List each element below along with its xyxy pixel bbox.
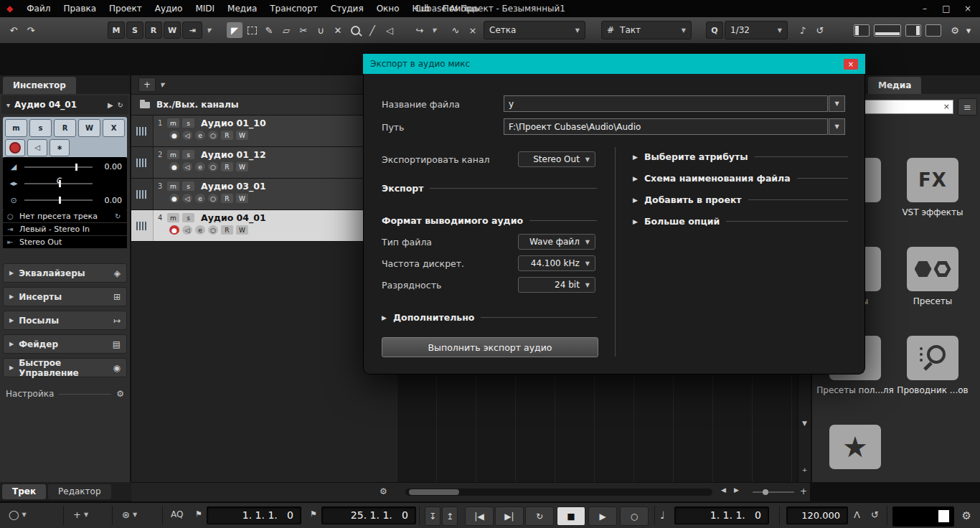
go-to-start-button[interactable]: |◀ <box>465 506 494 526</box>
option-more-options[interactable]: ▶ Больше опций <box>633 216 848 227</box>
refresh-icon[interactable]: ↻ <box>118 101 123 109</box>
pan-slider[interactable]: C <box>24 183 93 184</box>
inspector-record-enable-button[interactable] <box>5 139 25 157</box>
menu-window[interactable]: Окно <box>370 0 406 17</box>
edit-channel-button[interactable]: e <box>195 131 205 140</box>
media-item-favorites[interactable]: ★ <box>816 425 894 474</box>
section-sends[interactable]: ▶ Посылы ↦ <box>3 311 127 330</box>
read-automation-button[interactable]: R <box>221 194 233 203</box>
cycle-button[interactable]: ↻ <box>525 506 554 526</box>
inspector-monitor-button[interactable]: ◁ <box>27 139 47 157</box>
record-mode-dropdown[interactable]: ◯ ▼ <box>9 509 27 520</box>
track-row[interactable]: 2 m s Аудио 01_12 ● ◁ e ○ R W <box>131 147 397 179</box>
snap-zero-crossing-button[interactable]: ∿ <box>448 22 463 38</box>
option-add-to-project[interactable]: ▶ Добавить в проект <box>633 194 848 205</box>
auto-select-dropdown[interactable]: ▼ <box>204 22 214 38</box>
write-automation-button[interactable]: W <box>236 225 248 235</box>
quarter-note-icon[interactable]: ♩ <box>660 509 665 521</box>
sync-icon[interactable]: ↺ <box>871 509 879 520</box>
layout-left-zone-button[interactable] <box>854 24 870 37</box>
maximize-button[interactable]: □ <box>936 0 957 17</box>
filename-dropdown[interactable]: ▼ <box>829 95 845 112</box>
tool-play[interactable]: ◁ <box>382 22 397 38</box>
filename-input[interactable] <box>504 95 828 112</box>
tool-split[interactable]: ✂ <box>296 22 311 38</box>
layout-lower-zone-button[interactable] <box>874 24 901 37</box>
grid-type-dropdown[interactable]: # Такт ▼ <box>601 21 692 39</box>
left-locator-flag-icon[interactable]: ⚑ <box>195 509 202 519</box>
add-track-button[interactable]: + <box>138 77 156 92</box>
open-quantize-panel-button[interactable]: ↺ <box>812 22 828 38</box>
autoscroll-dropdown[interactable]: ▼ <box>429 22 439 38</box>
solo-all-button[interactable]: S <box>126 22 143 39</box>
left-locator-display[interactable]: 1. 1. 1. 0 <box>207 506 301 524</box>
volume-slider-handle[interactable] <box>75 164 77 171</box>
inspector-track-header[interactable]: ▾ Аудио 04_01 ▶ ↻ <box>1 95 128 114</box>
punch-out-button[interactable]: ↥ <box>442 506 458 526</box>
delay-slider[interactable] <box>24 199 93 201</box>
punch-in-button[interactable]: ↧ <box>425 506 440 526</box>
option-select-attributes[interactable]: ▶ Выберите атрибуты <box>633 151 848 162</box>
settings-gear-icon[interactable]: ⚙ <box>116 389 124 399</box>
media-item-presets[interactable]: Пресеты <box>894 247 971 306</box>
write-automation-button[interactable]: W <box>236 194 248 203</box>
grid-settings-gear-icon[interactable]: ⚙ <box>380 486 387 496</box>
additional-section-header[interactable]: ▶ Дополнительно <box>382 312 597 323</box>
record-enable-button[interactable]: ● <box>169 131 179 140</box>
read-automation-button[interactable]: R <box>221 225 233 235</box>
menu-midi[interactable]: MIDI <box>189 0 221 17</box>
snap-type-dropdown[interactable]: Сетка ▼ <box>484 21 585 39</box>
snap-on-off-button[interactable]: × <box>465 22 481 38</box>
refresh-icon[interactable]: ↻ <box>115 212 123 220</box>
media-list-view-button[interactable]: ≡ <box>958 98 977 116</box>
media-item-file-browser[interactable]: Проводник ...ов <box>894 336 971 395</box>
undo-button[interactable]: ↶ <box>6 22 22 38</box>
mute-button[interactable]: m <box>167 118 179 128</box>
horizontal-zoom-in-button[interactable]: + <box>800 486 807 496</box>
transport-setup-gear-icon[interactable]: ⚙ <box>962 509 971 522</box>
input-routing-row[interactable]: ⇥ Левый - Stereo In <box>3 223 127 235</box>
menu-file[interactable]: Файл <box>20 0 57 17</box>
inspector-mute-button[interactable]: m <box>5 119 27 137</box>
output-routing-row[interactable]: ⇤ Stereo Out <box>3 236 127 248</box>
inspector-write-button[interactable]: W <box>78 119 100 137</box>
inspector-solo-button[interactable]: s <box>29 119 52 137</box>
auto-select-icon[interactable]: ⇥ <box>182 22 202 39</box>
record-enable-button[interactable]: ● <box>169 162 179 171</box>
tempo-display[interactable]: 120.000 <box>786 506 848 524</box>
inspector-read-button[interactable]: R <box>54 119 76 137</box>
listen-button[interactable]: ○ <box>208 162 218 171</box>
perform-export-button[interactable]: Выполнить экспорт аудио <box>382 337 598 357</box>
inspector-autofade-button[interactable]: X <box>103 119 125 137</box>
add-track-dropdown[interactable]: ▼ <box>157 78 167 91</box>
collapse-toolbar-icon[interactable]: ▾ <box>964 22 973 38</box>
file-type-dropdown[interactable]: Wave файл ▼ <box>518 234 595 250</box>
tab-inspector[interactable]: Инспектор <box>3 77 76 94</box>
minimize-button[interactable]: – <box>914 0 936 17</box>
track-name[interactable]: Аудио 01_10 <box>201 118 266 128</box>
right-locator-display[interactable]: 25. 1. 1. 0 <box>321 506 416 524</box>
solo-button[interactable]: s <box>182 182 194 191</box>
tab-media[interactable]: Медиа <box>868 77 921 94</box>
tool-range[interactable] <box>244 22 260 38</box>
tool-mute[interactable]: ✕ <box>330 22 346 38</box>
read-automation-button[interactable]: R <box>145 22 162 39</box>
horizontal-zoom-slider[interactable] <box>753 491 794 493</box>
horizontal-scrollbar[interactable] <box>405 489 712 496</box>
section-equalizers[interactable]: ▶ Эквалайзеры ◈ <box>3 263 127 283</box>
track-row-selected[interactable]: 4 m s Аудио 04_01 ● ◁ e ○ R W <box>131 210 397 242</box>
volume-slider[interactable] <box>24 166 93 168</box>
menu-audio[interactable]: Аудио <box>149 0 189 17</box>
vertical-zoom-in-button[interactable]: + <box>798 466 811 473</box>
mute-button[interactable]: m <box>167 182 179 191</box>
listen-button[interactable]: ○ <box>208 225 218 235</box>
mute-all-button[interactable]: M <box>108 22 125 39</box>
close-button[interactable]: × <box>957 0 979 17</box>
monitor-button[interactable]: ◁ <box>182 225 192 235</box>
media-item-vst-effects[interactable]: FX VST эффекты <box>894 158 971 217</box>
scroll-down-icon[interactable]: ▼ <box>798 420 811 427</box>
tool-zoom[interactable] <box>347 22 363 38</box>
solo-button[interactable]: s <box>182 150 194 159</box>
go-to-end-button[interactable]: ▶| <box>495 506 524 526</box>
scroll-left-icon[interactable]: ◀ <box>721 486 726 494</box>
